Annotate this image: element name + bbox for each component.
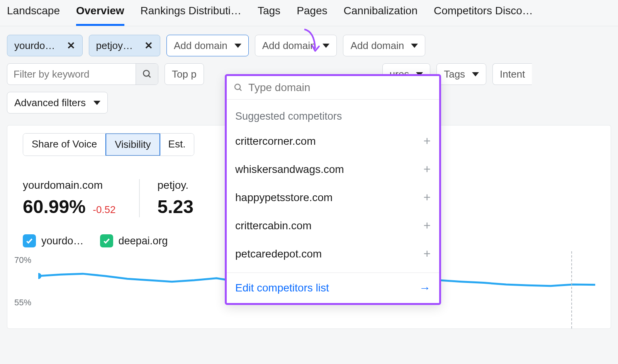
- checkbox-icon[interactable]: [23, 234, 36, 247]
- segment-visibility[interactable]: Visibility: [105, 133, 160, 156]
- segment-share-of-voice[interactable]: Share of Voice: [23, 134, 106, 156]
- filter-label: Intent: [500, 68, 525, 80]
- y-axis-tick: 55%: [14, 298, 31, 308]
- svg-point-2: [38, 273, 41, 279]
- plus-icon[interactable]: +: [423, 218, 431, 233]
- plus-icon[interactable]: +: [423, 247, 431, 261]
- domain-chip-label: yourdo…: [14, 40, 55, 52]
- metric-label: yourdomain.com: [23, 179, 116, 191]
- metric-delta: -0.52: [93, 204, 115, 215]
- competitor-suggestion[interactable]: crittercabin.com +: [230, 212, 436, 240]
- chevron-down-icon: [323, 44, 329, 48]
- keyword-filter[interactable]: [7, 63, 158, 85]
- y-axis-tick: 70%: [14, 255, 31, 265]
- tab-tags[interactable]: Tags: [258, 5, 280, 26]
- add-domain-dropdown: Suggested competitors crittercorner.com …: [225, 74, 441, 305]
- add-domain-button[interactable]: Add domain: [166, 35, 249, 56]
- advanced-filters-label: Advanced filters: [14, 97, 86, 109]
- legend-item-deepai[interactable]: deepai.org: [100, 234, 168, 247]
- svg-point-0: [143, 70, 149, 76]
- metric-petjoy: petjoy. 5.23: [139, 179, 217, 217]
- competitor-domain: crittercorner.com: [235, 135, 316, 147]
- svg-line-4: [239, 89, 241, 91]
- filter-label: Top p: [172, 68, 197, 80]
- advanced-filters-button[interactable]: Advanced filters: [7, 92, 108, 113]
- competitor-suggestion[interactable]: crittercorner.com +: [230, 127, 436, 155]
- domain-chip-label: petjoy…: [96, 40, 133, 52]
- intent-filter[interactable]: Intent: [492, 63, 532, 85]
- tab-competitors-disco[interactable]: Competitors Disco…: [434, 5, 533, 26]
- plus-icon[interactable]: +: [423, 190, 431, 205]
- top-filter[interactable]: Top p: [165, 63, 204, 85]
- add-domain-button[interactable]: Add domain: [343, 35, 425, 56]
- search-icon: [234, 83, 243, 93]
- add-domain-label: Add domain: [262, 40, 316, 52]
- svg-point-3: [235, 84, 240, 90]
- arrow-right-icon: →: [419, 281, 431, 295]
- competitor-suggestion[interactable]: petcaredepot.com +: [230, 240, 436, 268]
- legend-label: deepai.org: [119, 235, 168, 247]
- metric-yourdomain: yourdomain.com 60.99% -0.52: [23, 179, 139, 217]
- dropdown-list: crittercorner.com + whiskersandwags.com …: [227, 127, 439, 273]
- tab-overview[interactable]: Overview: [76, 5, 124, 26]
- checkbox-icon[interactable]: [100, 234, 113, 247]
- search-icon: [142, 69, 152, 79]
- dropdown-search-input[interactable]: [248, 81, 432, 94]
- tab-landscape[interactable]: Landscape: [7, 5, 60, 26]
- tab-pages[interactable]: Pages: [297, 5, 327, 26]
- dropdown-search[interactable]: [227, 76, 439, 100]
- plus-icon[interactable]: +: [423, 162, 431, 176]
- plus-icon[interactable]: +: [423, 134, 431, 148]
- domain-chip-yourdomain[interactable]: yourdo… ✕: [7, 35, 83, 56]
- metric-value: 5.23: [158, 196, 194, 217]
- chevron-down-icon: [472, 72, 479, 76]
- add-domain-label: Add domain: [174, 40, 228, 52]
- tab-bar: Landscape Overview Rankings Distributi… …: [0, 0, 618, 26]
- tab-cannibalization[interactable]: Cannibalization: [344, 5, 418, 26]
- chevron-down-icon: [411, 44, 418, 48]
- filter-label: Tags: [444, 68, 465, 80]
- chevron-down-icon: [234, 44, 241, 48]
- add-domain-label: Add domain: [350, 40, 404, 52]
- dropdown-footer[interactable]: Edit competitors list →: [227, 273, 439, 303]
- keyword-filter-input[interactable]: [7, 64, 131, 85]
- close-icon[interactable]: ✕: [60, 40, 75, 52]
- keyword-filter-search-button[interactable]: [136, 64, 158, 85]
- dropdown-heading: Suggested competitors: [227, 100, 439, 127]
- chart-cursor-line: [571, 251, 572, 328]
- legend-label: yourdo…: [41, 235, 84, 247]
- segment-estimated[interactable]: Est.: [160, 134, 194, 156]
- chevron-down-icon: [93, 101, 100, 105]
- competitor-suggestion[interactable]: happypetsstore.com +: [230, 183, 436, 212]
- metric-segmented-control: Share of Voice Visibility Est.: [23, 133, 194, 156]
- competitor-domain: happypetsstore.com: [235, 191, 333, 204]
- edit-competitors-link[interactable]: Edit competitors list: [235, 282, 329, 294]
- tags-filter[interactable]: Tags: [436, 63, 486, 85]
- close-icon[interactable]: ✕: [138, 40, 153, 52]
- tab-rankings[interactable]: Rankings Distributi…: [141, 5, 241, 26]
- domain-row: yourdo… ✕ petjoy… ✕ Add domain Add domai…: [0, 26, 618, 56]
- metric-value: 60.99%: [23, 196, 86, 217]
- competitor-domain: whiskersandwags.com: [235, 163, 344, 176]
- svg-line-1: [148, 75, 150, 77]
- legend-item-yourdomain[interactable]: yourdo…: [23, 234, 84, 247]
- add-domain-button[interactable]: Add domain: [255, 35, 337, 56]
- competitor-domain: petcaredepot.com: [235, 248, 322, 260]
- metric-label: petjoy.: [158, 179, 194, 191]
- competitor-domain: crittercabin.com: [235, 220, 312, 232]
- domain-chip-petjoy[interactable]: petjoy… ✕: [89, 35, 160, 56]
- competitor-suggestion[interactable]: whiskersandwags.com +: [230, 155, 436, 183]
